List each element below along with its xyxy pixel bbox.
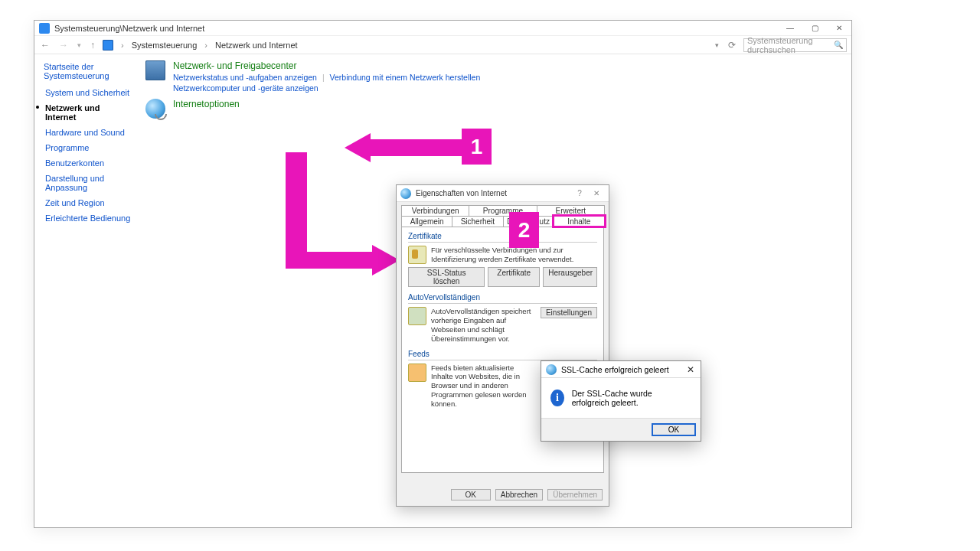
tab-security[interactable]: Sicherheit [452,216,503,227]
publishers-button[interactable]: Herausgeber [543,267,597,287]
sidebar-item-programs[interactable]: Programme [44,142,132,154]
certificates-desc: Für verschlüsselte Verbindungen und zur … [431,246,597,264]
annotation-arrowhead-1 [345,133,371,162]
sidebar: Startseite der Systemsteuerung System un… [34,54,138,527]
internet-options-icon [145,99,165,119]
sidebar-item-appearance[interactable]: Darstellung und Anpassung [44,172,132,194]
tab-content[interactable]: Inhalte [554,216,605,227]
link-connect-network[interactable]: Verbindung mit einem Netzwerk herstellen [330,73,481,82]
annotation-arrow-2-vertical [286,152,307,267]
dialog-cancel-button[interactable]: Abbrechen [495,489,543,500]
address-bar: ← → ▾ ↑ › Systemsteuerung › Netzwerk und… [34,36,851,54]
certificate-icon [408,246,426,264]
dialog-help-button[interactable]: ? [571,189,588,197]
annotation-arrow-1 [370,139,463,156]
link-network-devices[interactable]: Netzwerkcomputer und -geräte anzeigen [173,83,318,93]
internet-options-link[interactable]: Internetoptionen [173,99,240,109]
sidebar-item-accessibility[interactable]: Erleichterte Bedienung [44,212,132,224]
window-title: Systemsteuerung\Netzwerk und Internet [54,24,778,33]
autocomplete-settings-button[interactable]: Einstellungen [541,307,597,318]
annotation-badge-2: 2 [509,212,539,248]
minimize-button[interactable]: — [778,21,802,36]
sidebar-item-network-internet[interactable]: Netzwerk und Internet [44,102,132,123]
msgbox-ok-button[interactable]: OK [652,423,696,436]
msgbox-close-button[interactable]: ✕ [685,364,696,375]
tab-connections[interactable]: Verbindungen [401,205,469,216]
sidebar-item-user-accounts[interactable]: Benutzerkonten [44,157,132,169]
group-feeds-label: Feeds [408,350,597,358]
tab-advanced[interactable]: Erweitert [537,205,605,216]
dialog-ok-button[interactable]: OK [451,489,491,500]
control-panel-window: Systemsteuerung\Netzwerk und Internet — … [34,20,852,528]
network-center-link[interactable]: Netzwerk- und Freigabecenter [173,60,480,71]
msgbox-title: SSL-Cache erfolgreich geleert [561,365,669,374]
info-icon: i [550,390,564,406]
feeds-icon [408,364,426,382]
annotation-arrow-2-horizontal [286,252,374,269]
breadcrumb-root[interactable]: Systemsteuerung [132,41,198,50]
feeds-desc: Feeds bieten aktualisierte Inhalte von W… [431,364,536,409]
group-autocomplete-label: AutoVervollständigen [408,293,597,302]
sidebar-item-time-region[interactable]: Zeit und Region [44,197,132,209]
annotation-badge-1: 1 [462,129,492,165]
clear-ssl-state-button[interactable]: SSL-Status löschen [408,267,485,287]
path-icon [103,40,113,51]
sidebar-item-hardware-sound[interactable]: Hardware und Sound [44,126,132,139]
msgbox-icon [546,364,557,375]
network-center-icon [145,60,165,80]
sidebar-heading[interactable]: Startseite der Systemsteuerung [44,62,132,80]
dialog-apply-button[interactable]: Übernehmen [547,489,603,500]
titlebar: Systemsteuerung\Netzwerk und Internet — … [34,21,851,36]
internet-properties-dialog: Eigenschaften von Internet ? ✕ Verbindun… [396,184,609,507]
ssl-cache-cleared-dialog: SSL-Cache erfolgreich geleert ✕ i Der SS… [541,360,701,442]
autocomplete-desc: AutoVervollständigen speichert vorherige… [431,307,536,344]
search-placeholder: Systemsteuerung durchsuchen [747,36,834,54]
up-button[interactable]: ↑ [89,40,96,51]
link-network-status[interactable]: Netzwerkstatus und -aufgaben anzeigen [173,73,317,82]
autocomplete-icon [408,307,426,325]
back-button[interactable]: ← [39,40,51,51]
dialog-title: Eigenschaften von Internet [416,189,507,197]
dialog-close-button[interactable]: ✕ [588,189,605,197]
breadcrumb-leaf[interactable]: Netzwerk und Internet [215,41,298,50]
forward-button[interactable]: → [57,40,70,51]
close-button[interactable]: ✕ [827,21,851,36]
content-area: Netzwerk- und Freigabecenter Netzwerksta… [138,54,851,527]
maximize-button[interactable]: ▢ [802,21,827,36]
control-panel-icon [39,23,50,34]
msgbox-body: Der SSL-Cache wurde erfolgreich geleert. [572,389,691,407]
sidebar-item-system-security[interactable]: System und Sicherheit [44,86,132,99]
dialog-icon [400,188,411,199]
refresh-button[interactable]: ⟳ [727,40,737,51]
search-icon: 🔍 [834,41,843,49]
certificates-button[interactable]: Zertifikate [488,267,540,287]
search-input[interactable]: Systemsteuerung durchsuchen 🔍 [743,38,847,52]
group-certificates-label: Zertifikate [408,232,597,240]
tab-general[interactable]: Allgemein [401,216,452,227]
